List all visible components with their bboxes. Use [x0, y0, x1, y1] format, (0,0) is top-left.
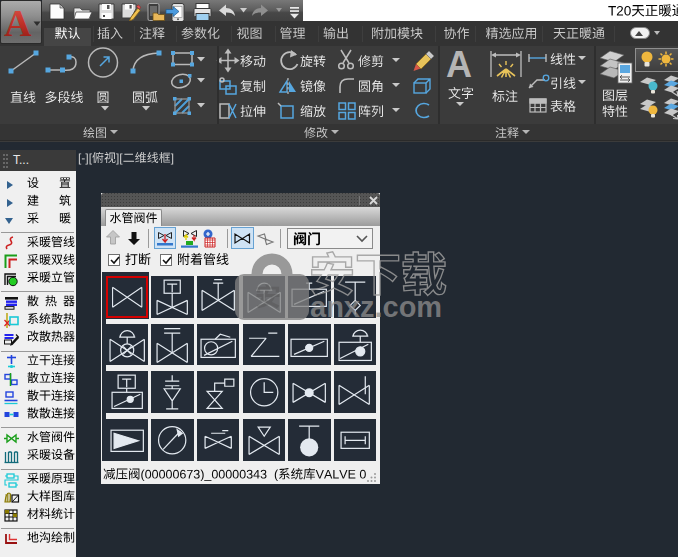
svg-text:A: A: [446, 46, 472, 85]
svg-text:anxz.com: anxz.com: [310, 291, 442, 323]
svg-text:A: A: [4, 2, 32, 44]
